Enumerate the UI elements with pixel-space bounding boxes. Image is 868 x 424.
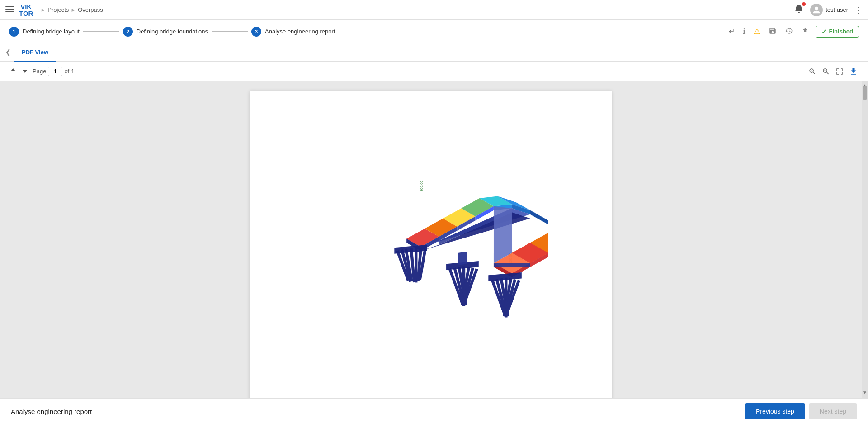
step-label-2: Defining bridge foundations — [137, 28, 208, 35]
tab-pdf-view[interactable]: PDF View — [14, 43, 56, 62]
bottom-title: Analyse engineering report — [11, 408, 92, 415]
bridge-illustration: 800.00 -100.00 — [313, 167, 548, 330]
workflow-steps: 1 Defining bridge layout 2 Defining brid… — [9, 27, 727, 37]
logo-bottom: TOR — [19, 10, 33, 17]
next-step-button: Next step — [809, 403, 857, 419]
step-circle-3: 3 — [251, 27, 261, 37]
svg-rect-0 — [5, 6, 14, 7]
breadcrumb: ► Projects ► Overpass — [40, 6, 103, 13]
svg-marker-19 — [530, 210, 548, 224]
upload-button[interactable] — [799, 25, 811, 38]
check-icon: ✓ — [821, 28, 827, 35]
page-info: Page of 1 — [33, 67, 74, 76]
breadcrumb-sep2: ► — [71, 7, 76, 13]
svg-rect-1 — [5, 9, 14, 10]
save-icon — [769, 27, 777, 37]
workflow-step-1: 1 Defining bridge layout — [9, 27, 80, 37]
breadcrumb-current: Overpass — [78, 6, 103, 13]
workflow-bar: 1 Defining bridge layout 2 Defining brid… — [0, 20, 868, 43]
more-options-icon[interactable]: ⋮ — [854, 5, 863, 15]
info-icon: ℹ — [743, 27, 745, 36]
download-button[interactable] — [846, 65, 861, 78]
return-icon: ↵ — [729, 27, 735, 36]
notification-badge — [802, 2, 806, 6]
nav-right: test user ⋮ — [794, 4, 863, 16]
user-name: test user — [826, 6, 848, 13]
svg-rect-2 — [5, 11, 14, 12]
history-button[interactable] — [783, 25, 795, 38]
app-logo: VIK TOR — [19, 3, 33, 17]
pdf-toolbar: Page of 1 — [0, 62, 868, 81]
page-of-label: of — [64, 68, 69, 75]
tab-bar: ❮ PDF View — [0, 43, 868, 62]
bottom-bar: Analyse engineering report Previous step… — [0, 398, 868, 424]
history-icon — [785, 27, 793, 37]
svg-marker-47 — [458, 252, 467, 265]
avatar — [810, 4, 823, 16]
scroll-down-arrow[interactable]: ▼ — [862, 389, 868, 396]
step-label-1: Defining bridge layout — [23, 28, 80, 35]
warning-button[interactable]: ⚠ — [752, 25, 762, 38]
step-label-3: Analyse engineering report — [265, 28, 335, 35]
hamburger-menu[interactable] — [5, 5, 14, 15]
step-connector-1 — [83, 31, 119, 32]
tab-collapse-icon[interactable]: ❮ — [5, 48, 11, 56]
user-info[interactable]: test user — [810, 4, 848, 16]
workflow-step-3: 3 Analyse engineering report — [251, 27, 335, 37]
workflow-actions: ↵ ℹ ⚠ ✓ Finished — [727, 25, 859, 38]
scrollbar[interactable]: ▲ ▼ — [862, 81, 868, 398]
scroll-thumb[interactable] — [863, 86, 867, 100]
page-up-button[interactable] — [7, 67, 19, 76]
step-connector-2 — [212, 31, 248, 32]
page-label: Page — [33, 68, 46, 75]
svg-text:800.00: 800.00 — [420, 180, 424, 191]
top-navigation: VIK TOR ► Projects ► Overpass test user … — [0, 0, 868, 20]
pdf-viewer: 800.00 -100.00 — [0, 81, 862, 398]
return-button[interactable]: ↵ — [727, 25, 736, 38]
zoom-in-button[interactable] — [819, 66, 833, 77]
page-total: 1 — [71, 68, 74, 75]
info-button[interactable]: ℹ — [741, 25, 747, 38]
svg-marker-56 — [494, 263, 530, 267]
step-circle-1: 1 — [9, 27, 19, 37]
finished-button[interactable]: ✓ Finished — [816, 26, 859, 38]
finished-label: Finished — [829, 28, 853, 35]
workflow-step-2: 2 Defining bridge foundations — [123, 27, 208, 37]
notification-icon[interactable] — [794, 4, 804, 15]
fit-page-button[interactable] — [833, 66, 846, 77]
zoom-out-button[interactable] — [806, 66, 819, 77]
step-circle-2: 2 — [123, 27, 133, 37]
warning-icon: ⚠ — [754, 27, 760, 36]
page-down-button[interactable] — [19, 67, 31, 76]
page-number-input[interactable] — [48, 67, 62, 76]
breadcrumb-projects[interactable]: Projects — [47, 6, 69, 13]
upload-icon — [801, 27, 809, 37]
save-button[interactable] — [767, 25, 778, 38]
previous-step-button[interactable]: Previous step — [745, 403, 805, 419]
main-content: 800.00 -100.00 — [0, 81, 868, 398]
logo-top: VIK — [20, 3, 32, 10]
pdf-page: 800.00 -100.00 — [250, 91, 612, 398]
breadcrumb-sep1: ► — [40, 7, 46, 13]
